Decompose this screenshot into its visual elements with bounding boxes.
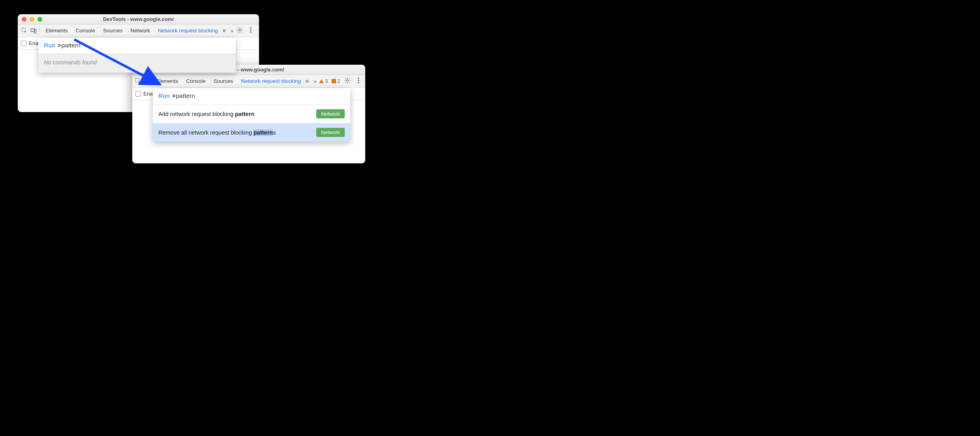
tab-console[interactable]: Console xyxy=(182,75,210,88)
command-prefix: > xyxy=(172,92,175,99)
svg-point-11 xyxy=(358,78,359,79)
devtools-tabstrip: Elements Console Sources Network request… xyxy=(132,75,365,88)
settings-icon[interactable] xyxy=(344,77,351,85)
command-query: pattern xyxy=(62,42,81,49)
tab-console[interactable]: Console xyxy=(72,24,100,37)
command-category-badge: Network xyxy=(316,128,345,137)
traffic-lights xyxy=(18,14,42,24)
tab-sources[interactable]: Sources xyxy=(99,24,127,37)
command-query: pattern xyxy=(176,92,195,99)
command-item-label: Remove all network request blocking patt… xyxy=(158,129,276,136)
command-input[interactable]: Run >pattern xyxy=(38,38,236,54)
inspect-icon[interactable] xyxy=(20,27,29,34)
svg-point-10 xyxy=(347,80,349,82)
window-title: DevTools - www.google.com/ xyxy=(18,16,259,22)
warnings-count: 3 xyxy=(325,79,328,84)
kebab-menu-icon[interactable] xyxy=(355,77,362,85)
maximize-icon[interactable] xyxy=(38,17,42,22)
tab-network-request-blocking[interactable]: Network request blocking xyxy=(237,75,305,88)
issues-icon xyxy=(332,79,336,83)
minimize-icon[interactable] xyxy=(30,17,34,22)
tab-sources[interactable]: Sources xyxy=(210,75,237,88)
tab-close-button[interactable]: ✕ xyxy=(303,79,311,84)
device-toggle-icon[interactable] xyxy=(29,27,38,34)
svg-point-4 xyxy=(250,28,251,28)
kebab-menu-icon[interactable] xyxy=(247,26,254,35)
devtools-tabstrip: Elements Console Sources Network Network… xyxy=(18,24,259,37)
more-tabs-icon[interactable]: » xyxy=(228,27,236,34)
settings-icon[interactable] xyxy=(236,26,243,35)
command-run-label: Run xyxy=(44,42,55,49)
svg-point-13 xyxy=(358,82,359,83)
command-item-remove-all-patterns[interactable]: Remove all network request blocking patt… xyxy=(153,123,350,142)
command-prefix: > xyxy=(57,42,61,49)
command-menu: Run >pattern No commands found xyxy=(38,38,236,73)
command-run-label: Run xyxy=(158,92,169,99)
svg-rect-2 xyxy=(34,30,36,33)
command-input[interactable]: Run >pattern xyxy=(153,88,350,105)
tab-elements[interactable]: Elements xyxy=(152,75,182,88)
command-item-add-pattern[interactable]: Add network request blocking pattern Net… xyxy=(153,105,350,123)
device-toggle-icon[interactable] xyxy=(142,78,149,85)
issues-count: 2 xyxy=(337,79,340,84)
close-icon[interactable] xyxy=(22,17,26,22)
tab-elements[interactable]: Elements xyxy=(41,24,71,37)
checkbox-icon xyxy=(21,41,26,46)
tab-close-button[interactable]: ✕ xyxy=(220,28,228,34)
more-tabs-icon[interactable]: » xyxy=(311,78,319,84)
svg-point-5 xyxy=(250,30,251,30)
svg-point-6 xyxy=(250,32,251,32)
issues-badge[interactable]: 2 xyxy=(332,79,340,84)
separator xyxy=(39,27,40,35)
warning-icon xyxy=(319,79,324,83)
command-menu: Run >pattern Add network request blockin… xyxy=(153,88,350,142)
command-category-badge: Network xyxy=(316,109,345,118)
warnings-badge[interactable]: 3 xyxy=(319,79,328,84)
window-titlebar[interactable]: DevTools - www.google.com/ xyxy=(18,14,259,24)
tab-network-request-blocking[interactable]: Network request blocking xyxy=(154,24,222,37)
command-empty-state: No commands found xyxy=(38,54,236,73)
devtools-window-after: DevTools - www.google.com/ Elements Cons… xyxy=(132,65,365,163)
svg-point-3 xyxy=(239,29,241,31)
tab-network[interactable]: Network xyxy=(127,24,154,37)
checkbox-icon xyxy=(135,91,141,97)
inspect-icon[interactable] xyxy=(135,78,142,85)
svg-point-12 xyxy=(358,80,359,81)
command-item-label: Add network request blocking pattern xyxy=(158,111,254,117)
svg-rect-9 xyxy=(146,80,148,84)
